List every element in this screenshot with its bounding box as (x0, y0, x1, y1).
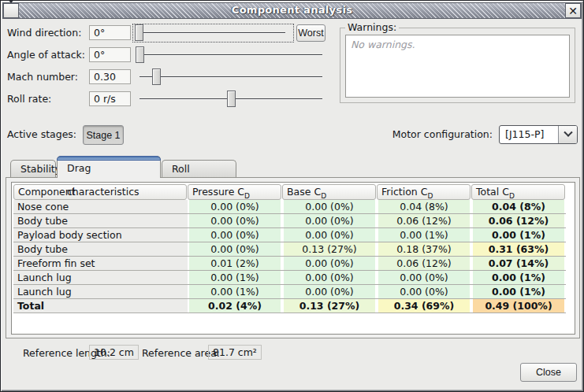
pressure-cd-cell: 0.00 (1%) (189, 285, 281, 298)
base-cd-cell: 0.13 (27%) (284, 299, 375, 312)
component-cell: Total (13, 299, 188, 312)
base-cd-cell: 0.00 (0%) (284, 257, 375, 270)
friction-cd-cell: 0.00 (0%) (378, 285, 470, 298)
wind-direction-label: Wind direction: (7, 25, 81, 41)
window-close-button[interactable]: ✕ (565, 3, 581, 18)
base-cd-cell: 0.00 (0%) (284, 214, 375, 227)
reference-area-value: 81.7 cm² (208, 345, 262, 360)
base-cd-cell: 0.13 (27%) (284, 242, 375, 256)
warnings-title: Warnings: (345, 21, 399, 33)
friction-cd-cell: 0.04 (8%) (378, 200, 470, 213)
total-cd-cell: 0.31 (63%) (473, 242, 564, 256)
table-row[interactable]: Launch lug 0.00 (1%) 0.00 (0%) 0.00 (0%)… (13, 285, 566, 299)
tab-stability[interactable]: Stability (10, 160, 56, 178)
motor-configuration-label: Motor configuration: (373, 127, 493, 142)
friction-cd-cell: 0.06 (12%) (378, 257, 470, 270)
column-header-base-cd: Base CD (282, 184, 376, 200)
stage-1-toggle[interactable]: Stage 1 (83, 125, 124, 145)
slider-thumb[interactable] (136, 46, 144, 63)
friction-cd-cell: 0.00 (1%) (378, 228, 470, 242)
mach-number-label: Mach number: (7, 69, 78, 85)
component-cell: Body tube (13, 214, 188, 227)
slider-track (139, 32, 285, 34)
column-header-friction-cd: Friction CD (377, 184, 471, 200)
base-cd-cell: 0.00 (0%) (284, 228, 375, 242)
mach-number-field[interactable]: 0.30 (89, 69, 131, 84)
angle-of-attack-slider[interactable] (139, 46, 322, 65)
pressure-cd-cell: 0.00 (0%) (189, 214, 281, 227)
component-cell: Launch lug (13, 285, 188, 298)
total-cd-cell: 0.00 (1%) (473, 228, 564, 242)
pressure-cd-cell: 0.00 (0%) (189, 228, 281, 242)
slider-thumb[interactable] (152, 68, 161, 85)
pressure-cd-cell: 0.00 (0%) (189, 242, 281, 256)
close-button[interactable]: Close (520, 363, 577, 382)
total-cd-cell: 0.00 (1%) (473, 271, 564, 284)
table-row-total[interactable]: Total 0.02 (4%) 0.13 (27%) 0.34 (69%) 0.… (13, 299, 566, 313)
slider-thumb[interactable] (227, 91, 236, 107)
drag-table-scrollpane: Component Pressure CD Base CD Friction C… (11, 182, 575, 335)
slider-thumb[interactable] (135, 24, 143, 41)
chevron-down-icon (564, 128, 572, 137)
pressure-cd-cell: 0.01 (2%) (189, 257, 281, 270)
friction-cd-cell: 0.34 (69%) (378, 299, 470, 312)
friction-cd-cell: 0.00 (0%) (378, 271, 470, 284)
total-cd-cell: 0.06 (12%) (473, 214, 564, 227)
column-header-pressure-cd: Pressure CD (188, 184, 281, 200)
table-row[interactable]: Body tube 0.00 (0%) 0.13 (27%) 0.18 (37%… (13, 242, 566, 257)
roll-rate-slider[interactable] (139, 90, 322, 109)
active-stages-label: Active stages: (7, 127, 76, 142)
total-cd-cell: 0.00 (1%) (473, 285, 564, 298)
base-cd-cell: 0.00 (0%) (284, 271, 375, 284)
friction-cd-cell: 0.06 (12%) (378, 214, 470, 227)
friction-cd-cell: 0.18 (37%) (378, 242, 470, 256)
base-cd-cell: 0.00 (0%) (284, 285, 375, 298)
combo-arrow-button[interactable] (558, 126, 577, 143)
worst-button[interactable]: Worst (296, 24, 325, 42)
wind-direction-field[interactable]: 0° (89, 25, 131, 40)
base-cd-cell: 0.00 (0%) (284, 200, 375, 213)
angle-of-attack-field[interactable]: 0° (89, 47, 131, 62)
wind-direction-slider[interactable] (139, 24, 285, 43)
slider-track (139, 54, 322, 56)
close-icon: ✕ (568, 6, 578, 17)
component-analysis-dialog: Component analysis ✕ Wind direction: 0° … (0, 0, 584, 392)
total-cd-cell: 0.07 (14%) (473, 257, 564, 270)
pressure-cd-cell: 0.02 (4%) (189, 299, 281, 312)
pressure-cd-cell: 0.00 (1%) (189, 271, 281, 284)
title-bar[interactable]: Component analysis ✕ (2, 2, 582, 19)
selected-tab-highlight (57, 156, 161, 161)
angle-of-attack-label: Angle of attack: (7, 47, 85, 63)
component-cell: Freeform fin set (13, 257, 188, 270)
total-cd-cell: 0.04 (8%) (473, 200, 564, 213)
total-cd-cell: 0.49 (100%) (473, 299, 564, 312)
motor-configuration-value: [J115-P] (505, 128, 544, 140)
roll-rate-field[interactable]: 0 r/s (89, 91, 131, 106)
table-row[interactable]: Freeform fin set 0.01 (2%) 0.00 (0%) 0.0… (13, 257, 566, 271)
component-cell: Launch lug (13, 271, 188, 284)
drag-table: Component Pressure CD Base CD Friction C… (13, 183, 566, 313)
motor-configuration-select[interactable]: [J115-P] (499, 125, 578, 144)
column-header-total-cd: Total CD (471, 184, 565, 200)
no-warnings-text: No warnings. (346, 35, 569, 54)
table-row[interactable]: Launch lug 0.00 (1%) 0.00 (0%) 0.00 (0%)… (13, 271, 566, 285)
roll-rate-label: Roll rate: (7, 91, 51, 107)
table-row[interactable]: Payload body section 0.00 (0%) 0.00 (0%)… (13, 228, 566, 242)
reference-length-value: 10.2 cm (89, 345, 139, 360)
component-cell: Body tube (13, 242, 188, 256)
tab-drag-characteristics[interactable]: Drag characteristics (57, 156, 161, 178)
pressure-cd-cell: 0.00 (0%) (189, 200, 281, 213)
window-title: Component analysis (3, 4, 581, 16)
slider-track (139, 76, 322, 78)
mach-number-slider[interactable] (139, 68, 322, 87)
table-row[interactable]: Body tube 0.00 (0%) 0.00 (0%) 0.06 (12%)… (13, 214, 566, 228)
warnings-group: Warnings: No warnings. (340, 28, 575, 103)
component-cell: Payload body section (13, 228, 188, 242)
warnings-list: No warnings. (345, 35, 570, 98)
tab-roll-dynamics[interactable]: Roll dynamics (162, 160, 236, 178)
